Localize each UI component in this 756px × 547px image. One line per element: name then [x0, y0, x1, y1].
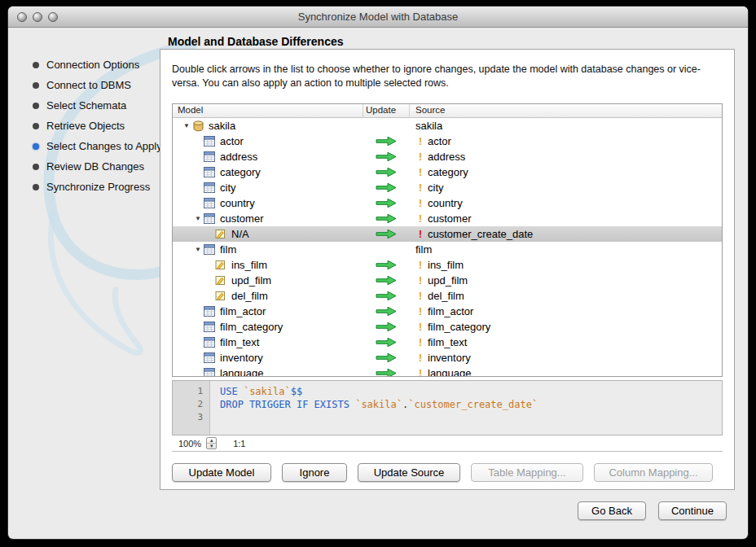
tree-row[interactable]: inventory!inventory [173, 350, 722, 365]
warning-icon: ! [415, 198, 425, 209]
zoom-window-icon[interactable] [48, 12, 58, 22]
database-icon [192, 120, 205, 132]
ignore-button[interactable]: Ignore [282, 463, 347, 482]
update-direction-arrow-icon[interactable] [376, 291, 397, 301]
tree-row[interactable]: address!address [173, 149, 722, 164]
source-label: upd_film [428, 274, 468, 287]
step-label: Synchronize Progress [46, 181, 150, 193]
step-bullet-icon [33, 123, 39, 129]
tree-row[interactable]: country!country [173, 195, 722, 211]
tree-row[interactable]: ins_film!ins_film [173, 257, 722, 273]
source-label: city [428, 182, 444, 194]
source-label: language [428, 367, 472, 377]
source-cell: !upd_film [409, 273, 468, 288]
model-cell: N/A [173, 226, 249, 242]
source-label: film_category [428, 321, 490, 333]
update-direction-arrow-icon[interactable] [376, 151, 397, 162]
source-label: customer_create_date [428, 228, 533, 240]
update-direction-arrow-icon[interactable] [376, 229, 397, 239]
disclosure-triangle-icon[interactable]: ▼ [181, 122, 192, 129]
tree-row[interactable]: film_text!film_text [173, 335, 722, 350]
tree-row[interactable]: upd_film!upd_film [173, 273, 722, 288]
update-model-button[interactable]: Update Model [172, 463, 271, 482]
stepper-down-icon[interactable]: ▼ [207, 444, 216, 449]
model-cell: ▼film [173, 242, 236, 257]
trigger-icon [215, 275, 228, 287]
source-label: film [415, 243, 432, 256]
warning-icon: ! [415, 352, 425, 364]
step-label: Connect to DBMS [46, 79, 131, 91]
disclosure-triangle-icon[interactable]: ▼ [192, 215, 204, 222]
sql-code: 1USE `sakila`$$2DROP TRIGGER IF EXISTS `… [173, 381, 722, 424]
tree-row[interactable]: language!language [173, 365, 722, 377]
code-text [210, 411, 220, 424]
table-icon [204, 306, 217, 317]
sql-line: 3 [173, 411, 722, 424]
model-label: upd_film [231, 274, 271, 287]
model-cell: ▼customer [173, 211, 263, 226]
update-cell [363, 195, 409, 211]
table-icon [204, 368, 217, 378]
update-direction-arrow-icon[interactable] [376, 322, 397, 332]
tree-row[interactable]: del_film!del_film [173, 288, 722, 304]
continue-button[interactable]: Continue [658, 501, 727, 520]
model-cell: film_category [173, 319, 283, 335]
update-direction-arrow-icon[interactable] [376, 337, 397, 348]
source-cell: !actor [409, 133, 451, 149]
update-cell [363, 211, 409, 226]
sql-preview[interactable]: 1USE `sakila`$$2DROP TRIGGER IF EXISTS `… [172, 380, 723, 435]
zoom-stepper[interactable]: ▲ ▼ [206, 437, 217, 449]
source-cell: !film_actor [409, 304, 473, 319]
tree-body: ▼sakilasakilaactor!actoraddress!addressc… [173, 118, 722, 377]
update-direction-arrow-icon[interactable] [376, 260, 397, 270]
tree-row[interactable]: film_category!film_category [173, 319, 722, 335]
update-direction-arrow-icon[interactable] [376, 306, 397, 317]
differences-tree[interactable]: Model Update Source ▼sakilasakilaactor!a… [172, 103, 723, 377]
titlebar[interactable]: Synchronize Model with Database [8, 7, 748, 28]
update-direction-arrow-icon[interactable] [376, 182, 397, 193]
close-window-icon[interactable] [17, 12, 27, 22]
tree-row[interactable]: category!category [173, 164, 722, 180]
tree-row[interactable]: city!city [173, 180, 722, 195]
wizard-step: Review DB Changes [33, 156, 162, 177]
model-label: category [220, 166, 261, 178]
minimize-window-icon[interactable] [33, 12, 42, 22]
update-direction-arrow-icon[interactable] [376, 213, 397, 224]
update-direction-arrow-icon[interactable] [376, 167, 397, 177]
tree-row[interactable]: film_actor!film_actor [173, 304, 722, 319]
table-icon [204, 136, 217, 147]
window-controls [17, 12, 58, 22]
differences-panel: Double click arrows in the list to choos… [160, 49, 735, 490]
tree-row[interactable]: ▼customer!customer [173, 211, 722, 226]
update-direction-arrow-icon[interactable] [376, 368, 397, 377]
update-direction-arrow-icon[interactable] [376, 198, 397, 208]
tree-row[interactable]: ▼sakilasakila [173, 118, 722, 133]
sql-line: 2DROP TRIGGER IF EXISTS `sakila`.`custom… [173, 398, 722, 411]
warning-icon: ! [415, 306, 425, 317]
warning-icon: ! [415, 368, 425, 378]
update-direction-arrow-icon[interactable] [376, 136, 397, 147]
stepper-up-icon[interactable]: ▲ [207, 438, 216, 444]
tree-row[interactable]: ▼filmfilm [173, 242, 722, 257]
active-step-bullet-icon [33, 143, 39, 150]
sql-token: DROP TRIGGER IF EXISTS [220, 399, 355, 410]
model-label: del_film [231, 290, 268, 302]
warning-icon: ! [415, 167, 425, 178]
update-source-button[interactable]: Update Source [358, 463, 460, 482]
update-direction-arrow-icon[interactable] [376, 275, 397, 286]
model-label: actor [220, 135, 244, 147]
disclosure-triangle-icon[interactable]: ▼ [192, 246, 204, 253]
update-cell [363, 226, 409, 242]
update-cell [363, 350, 409, 365]
model-cell: address [173, 149, 257, 164]
go-back-button[interactable]: Go Back [578, 501, 646, 520]
line-number: 3 [173, 411, 210, 424]
update-direction-arrow-icon[interactable] [376, 352, 397, 363]
table-icon [204, 322, 217, 333]
column-header-update: Update [366, 105, 396, 115]
sql-token: `sakila` [355, 399, 402, 410]
sync-model-window: Synchronize Model with Database Connecti… [8, 7, 748, 539]
tree-row[interactable]: actor!actor [173, 133, 722, 149]
tree-row[interactable]: N/A!customer_create_date [173, 226, 722, 242]
wizard-step: Retrieve Objects [33, 116, 162, 136]
